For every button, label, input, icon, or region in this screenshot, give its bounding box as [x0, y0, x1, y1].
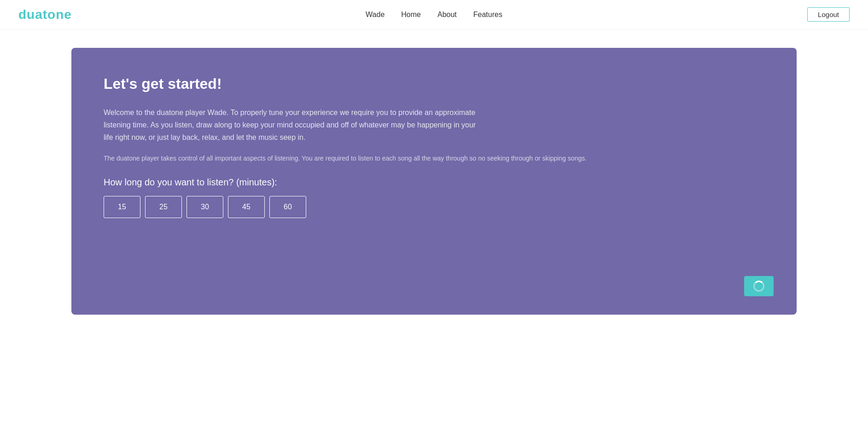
header: duatone Wade Home About Features Logout: [0, 0, 868, 29]
card-description-2: The duatone player takes control of all …: [104, 153, 587, 163]
main-content: Let's get started! Welcome to the duaton…: [0, 29, 868, 333]
main-nav: Wade Home About Features: [366, 11, 502, 19]
nav-item-about[interactable]: About: [437, 11, 457, 19]
nav-item-home[interactable]: Home: [401, 11, 421, 19]
time-button-15[interactable]: 15: [104, 196, 140, 218]
time-button-25[interactable]: 25: [145, 196, 182, 218]
card-title: Let's get started!: [104, 75, 764, 92]
next-button[interactable]: [744, 276, 774, 296]
loading-spinner: [753, 281, 764, 292]
time-button-45[interactable]: 45: [228, 196, 265, 218]
nav-item-wade[interactable]: Wade: [366, 11, 384, 19]
card-description-1: Welcome to the duatone player Wade. To p…: [104, 106, 481, 144]
time-buttons-group: 15 25 30 45 60: [104, 196, 764, 218]
logo[interactable]: duatone: [18, 7, 72, 22]
time-button-60[interactable]: 60: [269, 196, 306, 218]
nav-item-features[interactable]: Features: [473, 11, 502, 19]
question-label: How long do you want to listen? (minutes…: [104, 177, 764, 188]
time-button-30[interactable]: 30: [186, 196, 223, 218]
logout-button[interactable]: Logout: [807, 7, 850, 22]
onboarding-card: Let's get started! Welcome to the duaton…: [71, 48, 797, 315]
